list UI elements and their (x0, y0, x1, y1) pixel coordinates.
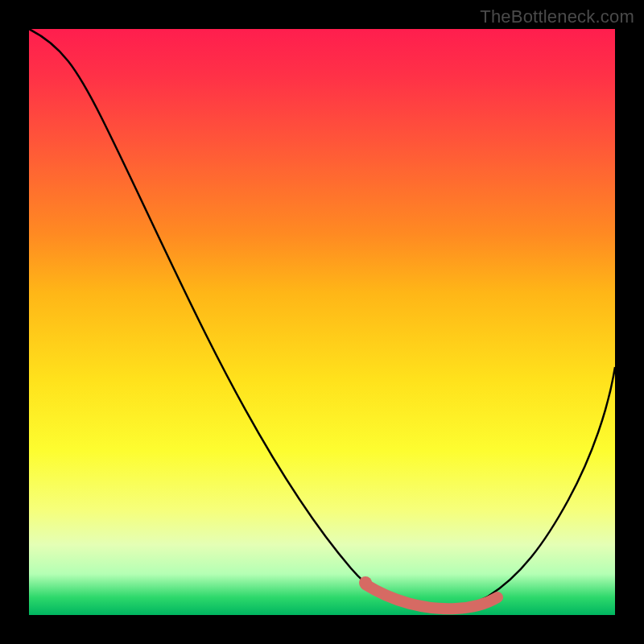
optimal-range-line (365, 584, 497, 609)
plot-area (29, 29, 615, 615)
chart-frame: TheBottleneck.com (0, 0, 644, 644)
watermark-text: TheBottleneck.com (480, 6, 634, 27)
optimal-point-dot (359, 576, 372, 589)
optimal-marker (29, 29, 615, 615)
